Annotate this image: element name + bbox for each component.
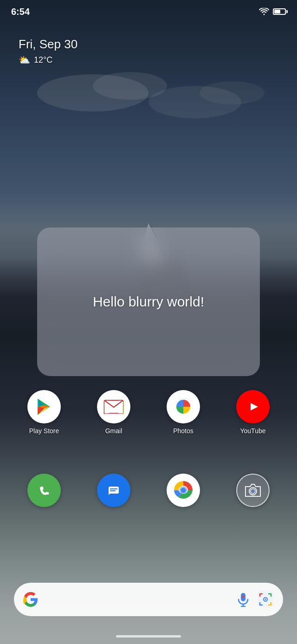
svg-point-43 [242, 595, 245, 598]
app-messages[interactable] [86, 474, 142, 507]
status-icons [259, 8, 286, 15]
play-store-label: Play Store [29, 427, 59, 435]
app-chrome[interactable] [155, 474, 211, 507]
status-bar: 6:54 [0, 0, 297, 23]
battery-icon [273, 8, 286, 15]
youtube-icon-circle [236, 390, 270, 423]
app-phone[interactable] [16, 474, 72, 507]
date-text: Fri, Sep 30 [19, 37, 77, 52]
chrome-icon-circle [167, 474, 200, 507]
svg-point-38 [181, 488, 186, 493]
svg-rect-31 [109, 487, 119, 494]
date-widget: Fri, Sep 30 ⛅ 12°C [19, 37, 77, 65]
app-camera[interactable] [225, 474, 281, 507]
svg-point-48 [265, 599, 266, 600]
youtube-label: YouTube [240, 427, 265, 435]
camera-icon [244, 481, 262, 499]
messages-icon-circle [97, 474, 130, 507]
gmail-label: Gmail [105, 427, 123, 435]
play-store-icon-circle [27, 390, 61, 423]
chrome-icon [173, 480, 194, 501]
svg-point-29 [35, 481, 53, 499]
phone-icon [35, 481, 53, 499]
photos-label: Photos [173, 427, 194, 435]
app-row-1: Play Store [0, 390, 297, 435]
search-lens-button[interactable] [257, 591, 274, 608]
messages-icon [103, 480, 124, 501]
app-photos[interactable]: Photos [155, 390, 211, 435]
app-youtube[interactable]: YouTube [225, 390, 281, 435]
weather-row: ⛅ 12°C [19, 54, 77, 65]
gmail-icon-circle [97, 390, 130, 423]
blurry-widget: Hello blurry world! [37, 228, 260, 376]
temperature: 12°C [34, 55, 52, 65]
gmail-icon [103, 398, 124, 415]
photos-icon [173, 396, 194, 417]
blurry-text: Hello blurry world! [93, 294, 204, 310]
weather-icon: ⛅ [19, 54, 30, 65]
status-time: 6:54 [11, 7, 30, 17]
phone-icon-circle [27, 474, 61, 507]
photos-icon-circle [167, 390, 200, 423]
app-play-store[interactable]: Play Store [16, 390, 72, 435]
app-row-2 [0, 474, 297, 507]
wifi-icon [259, 8, 269, 15]
home-indicator [116, 635, 181, 637]
search-mic-button[interactable] [235, 591, 252, 608]
youtube-icon [242, 398, 264, 415]
app-gmail[interactable]: Gmail [86, 390, 142, 435]
google-g-logo [23, 592, 38, 607]
search-bar[interactable] [14, 583, 283, 616]
play-store-icon [34, 397, 54, 417]
camera-icon-circle [236, 474, 270, 507]
svg-point-41 [252, 490, 254, 493]
